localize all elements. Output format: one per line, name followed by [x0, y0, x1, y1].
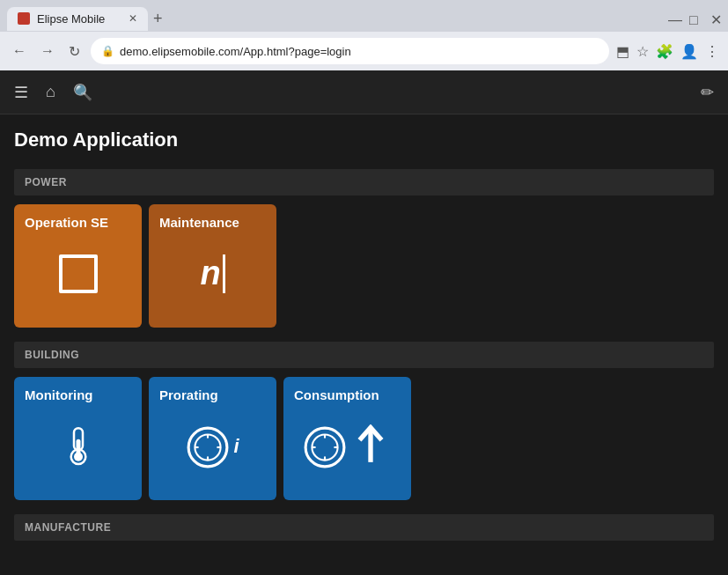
security-icon: 🔒	[101, 45, 114, 57]
vertical-bar-icon	[223, 254, 225, 293]
tab-bar: Elipse Mobile ✕ + — □ ✕	[0, 0, 728, 32]
tile-monitoring[interactable]: Monitoring	[14, 377, 142, 500]
active-tab[interactable]: Elipse Mobile ✕	[7, 7, 148, 31]
svg-point-11	[312, 434, 337, 460]
thermometer-icon	[56, 424, 100, 468]
tab-close-button[interactable]: ✕	[129, 12, 137, 25]
new-tab-button[interactable]: +	[153, 11, 163, 26]
arrow-up-icon	[349, 424, 393, 468]
section-building: BUILDING Monitoring Prorating	[14, 342, 714, 500]
address-bar: ← → ↻ 🔒 demo.elipsemobile.com/App.html?p…	[0, 32, 728, 70]
tile-prorating-icon: i	[159, 402, 266, 490]
hamburger-menu-icon[interactable]: ☰	[14, 83, 28, 102]
header-right: ✏	[701, 83, 714, 102]
cast-icon[interactable]: ⬒	[616, 43, 629, 60]
url-bar[interactable]: 🔒 demo.elipsemobile.com/App.html?page=lo…	[91, 38, 609, 64]
building-tiles: Monitoring Prorating	[14, 377, 714, 500]
section-manufacture: MANUFACTURE	[14, 514, 714, 541]
meter-circle-outer	[186, 425, 228, 468]
n-bar-icon: n	[200, 254, 224, 293]
reload-button[interactable]: ↻	[65, 41, 84, 62]
main-content: Demo Application POWER Operation SE Main…	[0, 114, 728, 575]
tile-consumption[interactable]: Consumption	[283, 377, 411, 500]
section-header-building: BUILDING	[14, 342, 714, 368]
tile-prorating[interactable]: Prorating	[149, 377, 276, 500]
tab-favicon	[18, 12, 30, 25]
tile-operation-se-icon	[25, 230, 131, 317]
i-letter-icon: i	[233, 435, 239, 458]
maximize-button[interactable]: □	[689, 13, 700, 24]
tile-consumption-title: Consumption	[294, 387, 401, 402]
forward-button[interactable]: →	[37, 41, 58, 61]
back-button[interactable]: ←	[9, 41, 30, 61]
tile-consumption-icon	[294, 402, 401, 490]
tile-monitoring-icon	[25, 402, 131, 490]
bookmark-icon[interactable]: ☆	[636, 43, 649, 60]
browser-chrome: Elipse Mobile ✕ + — □ ✕ ← → ↻ 🔒 demo.eli…	[0, 0, 728, 70]
meter-svg	[186, 425, 230, 469]
tile-maintenance[interactable]: Maintenance n	[149, 204, 276, 328]
home-icon[interactable]: ⌂	[46, 83, 55, 101]
svg-point-5	[195, 434, 221, 460]
app-header: ☰ ⌂ 🔍 ✏	[0, 70, 728, 114]
power-tiles: Operation SE Maintenance n	[14, 204, 714, 328]
meter-i-icon: i	[186, 425, 239, 468]
meter-up-svg	[303, 425, 347, 469]
minimize-button[interactable]: —	[668, 13, 679, 24]
tile-maintenance-title: Maintenance	[159, 215, 266, 230]
tab-title: Elipse Mobile	[37, 12, 105, 26]
extension-icon[interactable]: 🧩	[656, 43, 673, 60]
tile-operation-se-title: Operation SE	[25, 215, 131, 230]
browser-toolbar: ⬒ ☆ 🧩 👤 ⋮	[616, 43, 719, 60]
window-controls: — □ ✕	[668, 13, 721, 24]
meter-up-icon	[303, 424, 393, 468]
section-power: POWER Operation SE Maintenance n	[14, 169, 714, 328]
profile-icon[interactable]: 👤	[680, 43, 698, 60]
tile-prorating-title: Prorating	[159, 387, 266, 402]
section-header-manufacture: MANUFACTURE	[14, 514, 714, 541]
tile-operation-se[interactable]: Operation SE	[14, 204, 142, 328]
square-icon	[59, 254, 98, 293]
header-nav: ☰ ⌂ 🔍	[14, 83, 92, 102]
meter-circle-outer2	[303, 425, 345, 468]
page-title: Demo Application	[14, 129, 714, 151]
section-header-power: POWER	[14, 169, 714, 195]
url-text: demo.elipsemobile.com/App.html?page=logi…	[120, 45, 351, 58]
svg-point-3	[74, 452, 83, 461]
tile-monitoring-title: Monitoring	[25, 387, 131, 402]
search-icon[interactable]: 🔍	[73, 83, 92, 102]
close-window-button[interactable]: ✕	[710, 13, 721, 24]
menu-icon[interactable]: ⋮	[705, 43, 719, 60]
tile-maintenance-icon: n	[159, 230, 266, 317]
edit-icon[interactable]: ✏	[701, 84, 714, 101]
